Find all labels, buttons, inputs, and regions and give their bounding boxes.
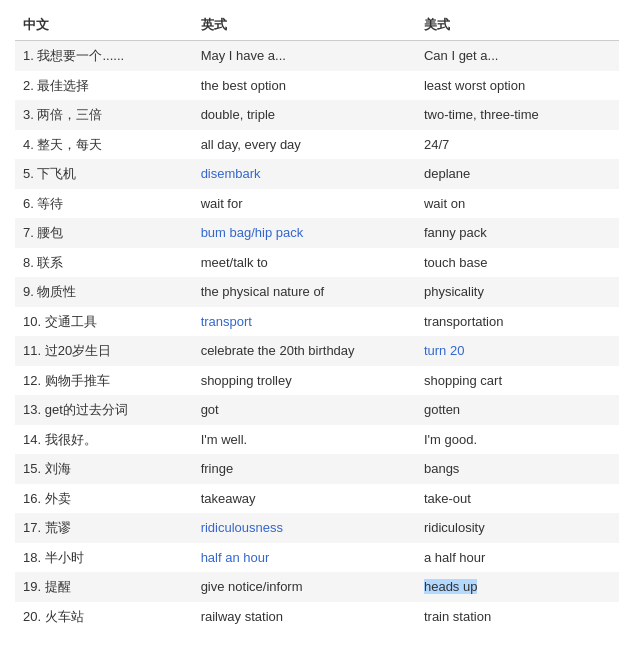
- table-row: 19. 提醒give notice/informheads up: [15, 572, 619, 602]
- cell-chinese: 14. 我很好。: [15, 425, 193, 455]
- cell-british: meet/talk to: [193, 248, 416, 278]
- cell-chinese: 13. get的过去分词: [15, 395, 193, 425]
- cell-chinese: 8. 联系: [15, 248, 193, 278]
- cell-american: shopping cart: [416, 366, 619, 396]
- cell-british: double, triple: [193, 100, 416, 130]
- table-row: 14. 我很好。I'm well.I'm good.: [15, 425, 619, 455]
- cell-american: two-time, three-time: [416, 100, 619, 130]
- cell-british: give notice/inform: [193, 572, 416, 602]
- cell-american: I'm good.: [416, 425, 619, 455]
- cell-british: wait for: [193, 189, 416, 219]
- table-header-row: 中文 英式 美式: [15, 10, 619, 41]
- table-row: 2. 最佳选择the best optionleast worst option: [15, 71, 619, 101]
- cell-chinese: 16. 外卖: [15, 484, 193, 514]
- table-row: 17. 荒谬ridiculousnessridiculosity: [15, 513, 619, 543]
- cell-chinese: 11. 过20岁生日: [15, 336, 193, 366]
- cell-chinese: 6. 等待: [15, 189, 193, 219]
- highlighted-text: heads up: [424, 579, 478, 594]
- cell-british[interactable]: transport: [193, 307, 416, 337]
- cell-american: deplane: [416, 159, 619, 189]
- main-container: 中文 英式 美式 1. 我想要一个......May I have a...Ca…: [0, 0, 634, 641]
- cell-american[interactable]: turn 20: [416, 336, 619, 366]
- table-row: 9. 物质性the physical nature ofphysicality: [15, 277, 619, 307]
- british-link[interactable]: ridiculousness: [201, 520, 283, 535]
- cell-british[interactable]: ridiculousness: [193, 513, 416, 543]
- cell-american: transportation: [416, 307, 619, 337]
- cell-american: Can I get a...: [416, 41, 619, 71]
- table-row: 4. 整天，每天all day, every day24/7: [15, 130, 619, 160]
- cell-chinese: 18. 半小时: [15, 543, 193, 573]
- table-row: 15. 刘海fringebangs: [15, 454, 619, 484]
- comparison-table: 中文 英式 美式 1. 我想要一个......May I have a...Ca…: [15, 10, 619, 631]
- table-row: 11. 过20岁生日celebrate the 20th birthdaytur…: [15, 336, 619, 366]
- header-american: 美式: [416, 10, 619, 41]
- cell-chinese: 15. 刘海: [15, 454, 193, 484]
- table-row: 3. 两倍，三倍double, tripletwo-time, three-ti…: [15, 100, 619, 130]
- cell-chinese: 12. 购物手推车: [15, 366, 193, 396]
- table-row: 8. 联系meet/talk totouch base: [15, 248, 619, 278]
- table-row: 7. 腰包bum bag/hip packfanny pack: [15, 218, 619, 248]
- cell-american: wait on: [416, 189, 619, 219]
- header-british: 英式: [193, 10, 416, 41]
- cell-american: physicality: [416, 277, 619, 307]
- cell-american: take-out: [416, 484, 619, 514]
- cell-chinese: 20. 火车站: [15, 602, 193, 632]
- table-row: 1. 我想要一个......May I have a...Can I get a…: [15, 41, 619, 71]
- cell-british[interactable]: bum bag/hip pack: [193, 218, 416, 248]
- table-row: 10. 交通工具transporttransportation: [15, 307, 619, 337]
- cell-british: got: [193, 395, 416, 425]
- cell-chinese: 17. 荒谬: [15, 513, 193, 543]
- table-row: 18. 半小时half an houra half hour: [15, 543, 619, 573]
- cell-american: ridiculosity: [416, 513, 619, 543]
- header-chinese: 中文: [15, 10, 193, 41]
- table-row: 20. 火车站railway stationtrain station: [15, 602, 619, 632]
- cell-american: 24/7: [416, 130, 619, 160]
- cell-american: heads up: [416, 572, 619, 602]
- cell-chinese: 1. 我想要一个......: [15, 41, 193, 71]
- table-row: 5. 下飞机disembarkdeplane: [15, 159, 619, 189]
- british-link[interactable]: transport: [201, 314, 252, 329]
- cell-american: least worst option: [416, 71, 619, 101]
- cell-british: fringe: [193, 454, 416, 484]
- cell-british: shopping trolley: [193, 366, 416, 396]
- british-link[interactable]: half an hour: [201, 550, 270, 565]
- cell-american: touch base: [416, 248, 619, 278]
- cell-british: I'm well.: [193, 425, 416, 455]
- table-row: 6. 等待wait forwait on: [15, 189, 619, 219]
- cell-british: the best option: [193, 71, 416, 101]
- cell-british[interactable]: disembark: [193, 159, 416, 189]
- cell-british: railway station: [193, 602, 416, 632]
- cell-american: a half hour: [416, 543, 619, 573]
- american-link[interactable]: turn 20: [424, 343, 464, 358]
- cell-british[interactable]: half an hour: [193, 543, 416, 573]
- cell-american: train station: [416, 602, 619, 632]
- table-row: 12. 购物手推车shopping trolleyshopping cart: [15, 366, 619, 396]
- table-row: 16. 外卖takeawaytake-out: [15, 484, 619, 514]
- cell-british: May I have a...: [193, 41, 416, 71]
- cell-british: celebrate the 20th birthday: [193, 336, 416, 366]
- cell-british: the physical nature of: [193, 277, 416, 307]
- cell-chinese: 10. 交通工具: [15, 307, 193, 337]
- cell-chinese: 7. 腰包: [15, 218, 193, 248]
- cell-british: all day, every day: [193, 130, 416, 160]
- cell-chinese: 19. 提醒: [15, 572, 193, 602]
- british-link[interactable]: disembark: [201, 166, 261, 181]
- cell-chinese: 2. 最佳选择: [15, 71, 193, 101]
- british-link[interactable]: bum bag/hip pack: [201, 225, 304, 240]
- cell-chinese: 5. 下飞机: [15, 159, 193, 189]
- cell-american: gotten: [416, 395, 619, 425]
- cell-british: takeaway: [193, 484, 416, 514]
- table-row: 13. get的过去分词gotgotten: [15, 395, 619, 425]
- cell-american: fanny pack: [416, 218, 619, 248]
- cell-american: bangs: [416, 454, 619, 484]
- cell-chinese: 9. 物质性: [15, 277, 193, 307]
- cell-chinese: 3. 两倍，三倍: [15, 100, 193, 130]
- cell-chinese: 4. 整天，每天: [15, 130, 193, 160]
